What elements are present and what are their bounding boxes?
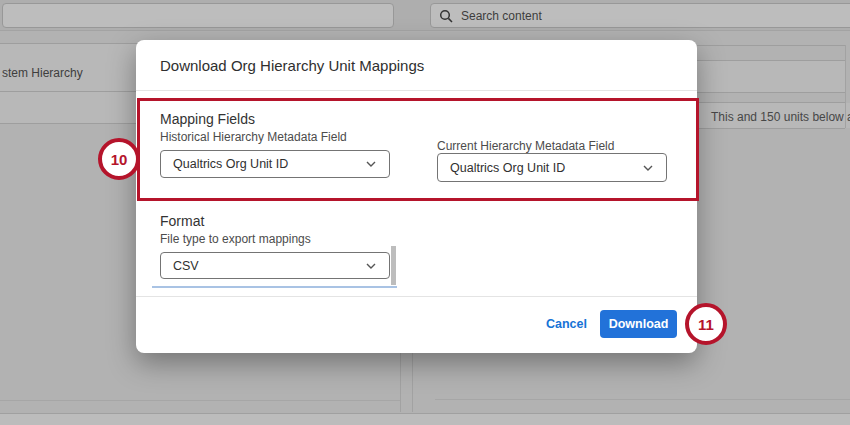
search-input[interactable]: Search content	[430, 3, 850, 28]
dialog-title: Download Org Hierarchy Unit Mappings	[160, 57, 424, 74]
historical-field-dropdown[interactable]: Qualtrics Org Unit ID	[160, 150, 390, 178]
file-type-label: File type to export mappings	[160, 232, 311, 246]
file-type-value: CSV	[173, 259, 199, 273]
search-icon	[439, 9, 453, 23]
focus-underline	[152, 286, 397, 288]
download-mappings-dialog: Download Org Hierarchy Unit Mappings Map…	[136, 40, 697, 353]
step-11-badge: 11	[685, 303, 727, 345]
topbar-field[interactable]	[2, 3, 394, 28]
chevron-down-icon	[365, 262, 377, 270]
screen: Search content stem Hierarchy This and 1…	[0, 0, 850, 425]
format-heading: Format	[160, 213, 204, 229]
panel-border	[845, 45, 846, 128]
chevron-down-icon	[642, 164, 654, 172]
hierarchy-row-label: stem Hierarchy	[2, 66, 83, 80]
dialog-header: Download Org Hierarchy Unit Mappings	[136, 40, 697, 91]
card-edge	[435, 399, 850, 400]
background-artifact	[391, 246, 396, 285]
cancel-button[interactable]: Cancel	[546, 317, 587, 331]
current-field-dropdown[interactable]: Qualtrics Org Unit ID	[437, 153, 667, 182]
download-button[interactable]: Download	[600, 310, 677, 338]
historical-field-value: Qualtrics Org Unit ID	[173, 157, 288, 171]
page-bottom-strip	[0, 413, 850, 425]
current-field-value: Qualtrics Org Unit ID	[450, 161, 565, 175]
search-placeholder: Search content	[461, 9, 542, 23]
step-10-badge: 10	[98, 138, 140, 180]
current-field-label: Current Hierarchy Metadata Field	[437, 139, 614, 153]
unit-count-label: This and 150 units below ar	[711, 110, 850, 124]
card-edge	[0, 400, 400, 401]
file-type-dropdown[interactable]: CSV	[160, 252, 390, 279]
chevron-down-icon	[365, 160, 377, 168]
footer-divider	[136, 296, 697, 297]
historical-field-label: Historical Hierarchy Metadata Field	[160, 130, 347, 144]
mapping-fields-heading: Mapping Fields	[160, 111, 255, 127]
